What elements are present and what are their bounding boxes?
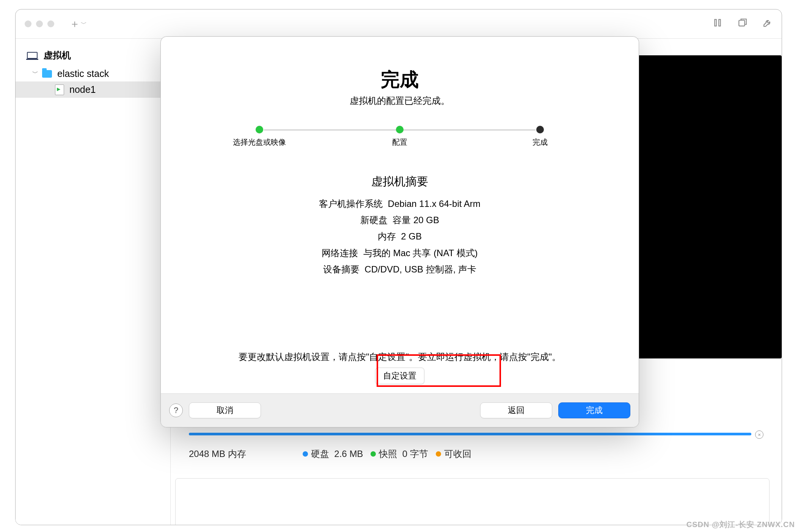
status-snap-value: 0 字节 [402,448,428,460]
status-row: 2048 MB 内存 硬盘 2.6 MB 快照 0 字节 可收回 [189,446,776,462]
summary-row-network: 网络连接 与我的 Mac 共享 (NAT 模式) [161,245,639,261]
progress-fill [189,433,751,435]
summary-key: 设备摘要 [323,261,360,277]
progress-cancel-button[interactable]: ✕ [755,430,763,439]
chevron-down-icon: ﹀ [81,20,87,28]
progress-track [189,433,751,435]
traffic-light-zoom[interactable] [47,20,54,27]
dot-blue-icon [303,451,308,457]
instruction-row: 要更改默认虚拟机设置，请点按"自定设置"。要立即运行虚拟机，请点按"完成"。 自… [161,351,639,384]
summary-value: 2 GB [401,231,422,241]
sidebar: 虚拟机 ﹀ elastic stack node1 [16,39,171,525]
laptop-icon [27,52,38,59]
summary-key: 新硬盘 [360,212,388,228]
details-card [175,478,770,525]
watermark: CSDN @刘江-长安 ZNWX.CN [686,519,795,530]
summary-row-os: 客户机操作系统 Debian 11.x 64-bit Arm [161,196,639,212]
folder-icon [42,70,52,78]
svg-rect-2 [739,20,744,26]
summary-key: 内存 [378,228,396,244]
traffic-light-close[interactable] [25,20,31,27]
finish-button[interactable]: 完成 [558,402,630,418]
summary-value: Debian 11.x 64-bit Arm [388,199,481,209]
summary-row-disk: 新硬盘 容量 20 GB [161,212,639,228]
status-snap-label: 快照 [379,448,397,460]
sidebar-group-elastic-stack[interactable]: ﹀ elastic stack [16,66,170,81]
chevron-down-icon: ﹀ [32,69,38,77]
instruction-text: 要更改默认虚拟机设置，请点按"自定设置"。要立即运行虚拟机，请点按"完成"。 [161,351,639,363]
summary-title: 虚拟机摘要 [161,174,639,189]
status-disk-label: 硬盘 [311,448,329,460]
sidebar-item-label: node1 [69,84,96,95]
modal-subtitle: 虚拟机的配置已经完成。 [161,95,639,107]
summary-key: 网络连接 [322,245,358,261]
summary-key: 客户机操作系统 [319,196,383,212]
step-label: 选择光盘或映像 [233,137,286,147]
vm-summary: 虚拟机摘要 客户机操作系统 Debian 11.x 64-bit Arm 新硬盘… [161,174,639,277]
status-memory: 2048 MB 内存 [189,448,295,460]
modal-footer: ? 取消 返回 完成 [161,394,639,427]
custom-settings-button[interactable]: 自定设置 [375,368,424,384]
sidebar-item-node1[interactable]: node1 [16,81,170,98]
plus-icon: ＋ [69,17,80,31]
wizard-steps: 选择光盘或映像 配置 完成 [259,126,540,147]
modal-body: 完成 虚拟机的配置已经完成。 选择光盘或映像 配置 完成 虚拟机摘要 客户机操作… [161,37,639,394]
main-toolbar: ＋ ﹀ [16,9,782,39]
dot-orange-icon [436,451,441,457]
status-disk-value: 2.6 MB [334,449,363,459]
step-dot-icon [536,126,544,133]
sidebar-group-label: elastic stack [57,68,109,79]
summary-value: 容量 20 GB [393,215,439,225]
svg-rect-0 [715,19,716,26]
status-reclaim-label: 可收回 [444,448,471,460]
vm-icon [55,84,64,95]
back-button[interactable]: 返回 [480,402,552,418]
dot-green-icon [371,451,376,457]
wizard-modal: 完成 虚拟机的配置已经完成。 选择光盘或映像 配置 完成 虚拟机摘要 客户机操作… [160,36,639,427]
sidebar-header-label: 虚拟机 [44,49,71,61]
step-label: 配置 [392,137,407,147]
svg-rect-1 [719,19,720,26]
cancel-button[interactable]: 取消 [189,402,261,418]
step-dot-icon [256,126,263,133]
step-label: 完成 [532,137,548,147]
step-dot-icon [396,126,404,133]
wrench-icon[interactable] [763,18,773,30]
traffic-light-minimize[interactable] [36,20,43,27]
help-button[interactable]: ? [169,404,183,417]
summary-row-devices: 设备摘要 CD/DVD, USB 控制器, 声卡 [161,261,639,277]
snapshot-icon[interactable] [738,18,748,30]
add-tab-button[interactable]: ＋ ﹀ [69,17,87,31]
modal-title: 完成 [161,67,639,92]
summary-value: 与我的 Mac 共享 (NAT 模式) [363,248,478,258]
sidebar-header: 虚拟机 [16,46,170,66]
pause-icon[interactable] [713,18,722,30]
summary-row-memory: 内存 2 GB [161,228,639,244]
summary-value: CD/DVD, USB 控制器, 声卡 [364,264,476,274]
